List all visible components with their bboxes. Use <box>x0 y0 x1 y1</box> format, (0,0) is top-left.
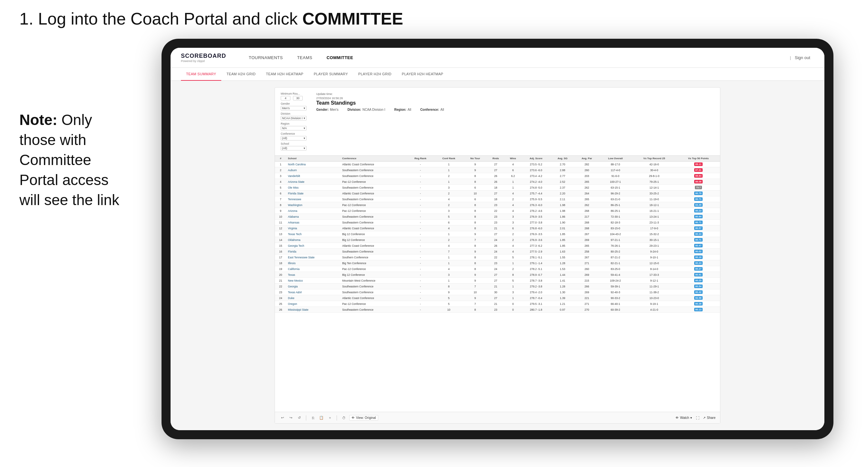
cell-points: 80.38 <box>677 301 720 307</box>
cell-avg-par: 271 <box>575 260 599 266</box>
cell-conference: Pac-12 Conference <box>340 208 407 214</box>
sub-nav-team-h2h-heatmap[interactable]: TEAM H2H HEATMAP <box>261 68 309 81</box>
cell-rank: 4 <box>275 179 286 185</box>
cell-avg-par: 266 <box>575 284 599 289</box>
cell-no-tour: 9 <box>464 278 487 284</box>
copy-icon[interactable]: ⎘ <box>310 415 316 421</box>
sub-nav-player-h2h-heatmap[interactable]: PLAYER H2H HEATMAP <box>397 68 448 81</box>
add-icon[interactable]: ＋ <box>327 415 333 421</box>
region-filter-value: All <box>408 108 411 112</box>
col-conference: Conference <box>340 156 407 161</box>
cell-wins: 1 <box>504 284 522 289</box>
cell-reg-rank: - <box>407 307 434 313</box>
cell-wins: 1 <box>504 185 522 191</box>
cell-avg-sg: 1.85 <box>551 237 575 243</box>
nav-item-tournaments[interactable]: TOURNAMENTS <box>242 48 290 68</box>
cell-avg-par: 269 <box>575 272 599 278</box>
cell-avg-par: 267 <box>575 254 599 260</box>
cell-conf-rank: 5 <box>434 295 464 301</box>
cell-no-tour: 9 <box>464 161 487 167</box>
cell-no-tour: 9 <box>464 295 487 301</box>
cell-low-overall: 100-27-1 <box>599 179 631 185</box>
cell-school: Florida <box>286 249 340 254</box>
cell-reg-rank: - <box>407 191 434 196</box>
table-row: 10 Alabama Southeastern Conference - 5 8… <box>275 214 720 220</box>
region-select[interactable]: N/A ▾ <box>281 126 307 130</box>
cell-wins: 3 <box>504 220 522 225</box>
conference-select[interactable]: (All) ▾ <box>281 136 307 141</box>
undo-icon[interactable]: ↩ <box>279 415 285 421</box>
cell-avg-par: 268 <box>575 220 599 225</box>
cell-conference: Atlantic Coast Conference <box>340 225 407 231</box>
cell-rank: 12 <box>275 225 286 231</box>
sub-nav-player-h2h-grid[interactable]: PLAYER H2H GRID <box>353 68 397 81</box>
toolbar-right: 👁 Watch ▾ ⛶ ↗ Share <box>676 415 715 421</box>
sub-nav-team-h2h-grid[interactable]: TEAM H2H GRID <box>221 68 261 81</box>
update-time: Update time: 27/03/2024 16:56:26 <box>316 92 714 100</box>
redo-icon[interactable]: ↪ <box>288 415 293 421</box>
nav-item-teams[interactable]: TEAMS <box>290 48 319 68</box>
table-body: 1 North Carolina Atlantic Coast Conferen… <box>275 161 720 313</box>
cell-low-overall: 90-33-2 <box>599 295 631 301</box>
cell-vs-top-record: 10-23-0 <box>631 295 677 301</box>
sub-nav-player-summary[interactable]: PLAYER SUMMARY <box>309 68 353 81</box>
clock-icon[interactable]: ⏱ <box>341 415 347 421</box>
cell-rank: 7 <box>275 196 286 202</box>
cell-avg-par: 268 <box>575 208 599 214</box>
table-row: 17 East Tennessee State Southern Confere… <box>275 254 720 260</box>
table-row: 8 Washington Pac-12 Conference - 2 8 23 … <box>275 202 720 208</box>
standings-title: Team Standings <box>316 100 714 106</box>
cell-avg-par: 221 <box>575 295 599 301</box>
cell-reg-rank: - <box>407 220 434 225</box>
cell-rnds: 21 <box>487 301 504 307</box>
cell-rank: 20 <box>275 272 286 278</box>
chevron-down-icon-3: ▾ <box>304 127 305 130</box>
cell-low-overall: 97-21-1 <box>599 237 631 243</box>
header-row: # School Conference Reg Rank Conf Rank N… <box>275 156 720 161</box>
cell-adj-score: 276.3 -6.0 <box>521 202 551 208</box>
cell-adj-score: 273.5 -5.2 <box>521 161 551 167</box>
division-select[interactable]: NCAA Division I ▾ <box>281 116 307 121</box>
refresh-icon[interactable]: ↺ <box>296 415 302 421</box>
view-original-btn[interactable]: 👁 View: Original <box>349 415 378 421</box>
min-input[interactable]: 4 <box>281 96 290 100</box>
watch-btn[interactable]: 👁 Watch ▾ <box>676 416 692 419</box>
cell-low-overall: 82-18-3 <box>599 220 631 225</box>
gender-filter-label: Gender <box>281 102 310 105</box>
max-input[interactable]: 30 <box>293 96 303 100</box>
cell-low-overall: 60-39-2 <box>599 307 631 313</box>
share-icon: ↗ <box>703 416 706 419</box>
share-btn[interactable]: ↗ Share <box>703 416 715 419</box>
cell-vs-top-record: 11-29-1 <box>631 284 677 289</box>
cell-conf-rank: 1 <box>434 167 464 173</box>
paste-icon[interactable]: 📋 <box>318 415 324 421</box>
col-wins: Wins <box>504 156 522 161</box>
cell-avg-sg: 1.28 <box>551 260 575 266</box>
table-container: Minimum Rou... 4 30 Gender Men's ▾ <box>275 87 720 424</box>
cell-conference: Atlantic Coast Conference <box>340 243 407 249</box>
cell-school: East Tennessee State <box>286 254 340 260</box>
cell-conference: Atlantic Coast Conference <box>340 191 407 196</box>
table-row: 5 Ole Miss Southeastern Conference - 3 6… <box>275 185 720 191</box>
col-conf-rank: Conf Rank <box>434 156 464 161</box>
school-select[interactable]: (All) ▾ <box>281 146 307 151</box>
gender-select[interactable]: Men's ▾ <box>281 106 307 111</box>
cell-rank: 16 <box>275 249 286 254</box>
cell-rank: 15 <box>275 243 286 249</box>
fullscreen-icon[interactable]: ⛶ <box>694 415 700 421</box>
nav-item-committee[interactable]: COMMITTEE <box>319 48 361 68</box>
cell-points: 82.98 <box>677 295 720 301</box>
col-avg-par: Avg. Par <box>575 156 599 161</box>
sub-nav-team-summary[interactable]: TEAM SUMMARY <box>181 68 221 81</box>
cell-avg-par: 271 <box>575 301 599 307</box>
cell-reg-rank: - <box>407 225 434 231</box>
cell-rnds: 27 <box>487 272 504 278</box>
cell-reg-rank: - <box>407 214 434 220</box>
sign-out-link[interactable]: Sign out <box>795 55 810 60</box>
cell-points: 80.94 <box>677 214 720 220</box>
gender-filter-group: Gender: Men's <box>316 108 339 112</box>
cell-rnds: 21 <box>487 225 504 231</box>
cell-no-tour: 8 <box>464 266 487 272</box>
cell-avg-sg: 1.55 <box>551 254 575 260</box>
cell-avg-sg: 2.11 <box>551 196 575 202</box>
